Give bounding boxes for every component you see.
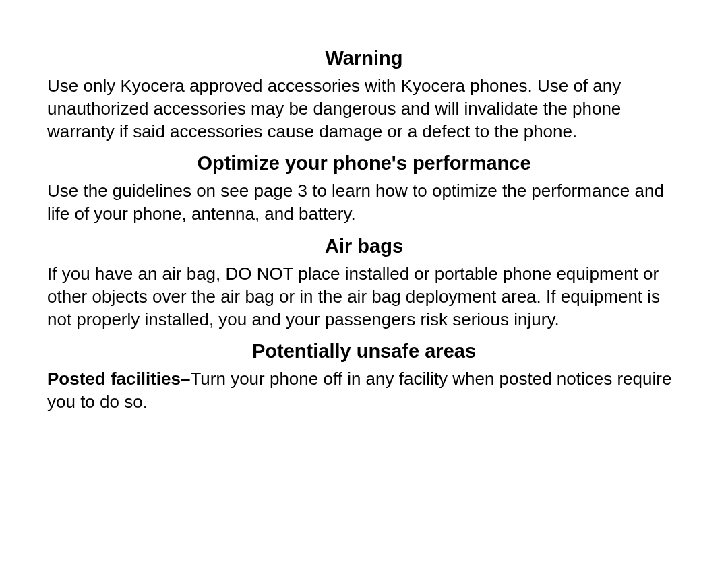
- paragraph-warning: Use only Kyocera approved accessories wi…: [47, 75, 681, 143]
- paragraph-airbags: If you have an air bag, DO NOT place ins…: [47, 263, 681, 331]
- heading-optimize: Optimize your phone's performance: [47, 152, 681, 175]
- paragraph-unsafe: Posted facilities–Turn your phone off in…: [47, 368, 681, 414]
- lead-posted-facilities: Posted facilities–: [47, 369, 190, 389]
- heading-airbags: Air bags: [47, 235, 681, 257]
- heading-warning: Warning: [47, 47, 681, 69]
- heading-unsafe: Potentially unsafe areas: [47, 340, 681, 363]
- footer-divider: [47, 540, 681, 540]
- paragraph-optimize: Use the guidelines on see page 3 to lear…: [47, 180, 681, 226]
- document-content: Warning Use only Kyocera approved access…: [47, 47, 681, 414]
